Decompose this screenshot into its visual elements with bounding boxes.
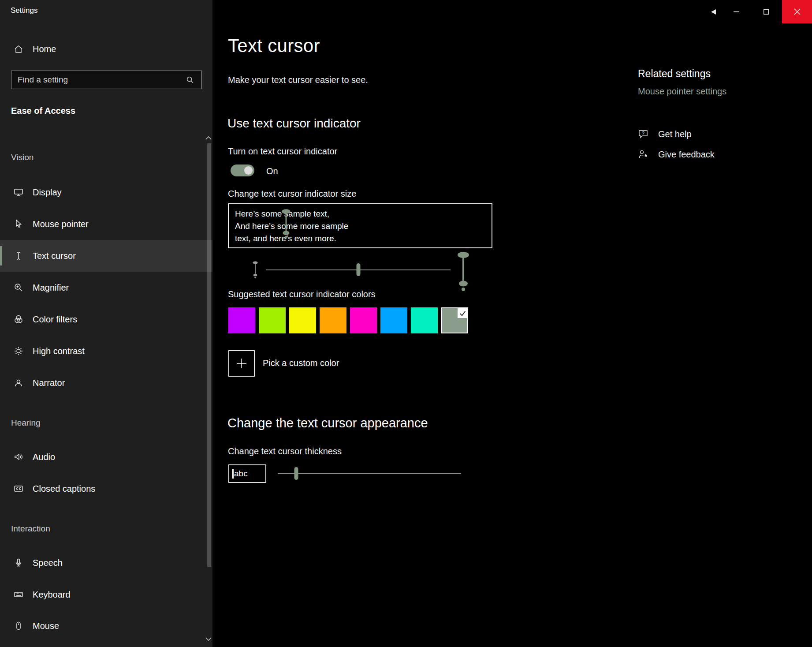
- toggle-label: Turn on text cursor indicator: [228, 146, 337, 157]
- scroll-up-icon[interactable]: [204, 135, 213, 141]
- narrator-icon: [13, 378, 24, 388]
- sidebar-item-mouse[interactable]: Mouse: [0, 610, 212, 642]
- toggle-knob: [244, 166, 253, 175]
- large-cursor-size-icon: [454, 251, 473, 292]
- sidebar-item-closed-captions[interactable]: Closed captions: [0, 473, 212, 505]
- maximize-button[interactable]: [756, 0, 777, 23]
- sidebar-item-high-contrast[interactable]: High contrast: [0, 335, 212, 367]
- keyboard-icon: [13, 589, 24, 600]
- sidebar-item-mouse-pointer[interactable]: Mouse pointer: [0, 208, 212, 240]
- related-settings-heading: Related settings: [638, 68, 711, 80]
- sidebar-item-audio[interactable]: Audio: [0, 441, 212, 473]
- toggle-state-label: On: [266, 166, 278, 176]
- thickness-preview: abc: [228, 464, 266, 483]
- sidebar-item-magnifier[interactable]: Magnifier: [0, 272, 212, 303]
- sidebar-item-label: Color filters: [33, 314, 77, 325]
- thickness-preview-text: abc: [234, 469, 248, 479]
- sidebar-item-speech[interactable]: Speech: [0, 547, 212, 579]
- sidebar-item-narrator[interactable]: Narrator: [0, 367, 212, 399]
- sample-text-preview: Here’s some sample text, And here’s some…: [228, 203, 492, 248]
- page-title: Text cursor: [228, 35, 320, 56]
- pick-custom-color-button[interactable]: [228, 350, 255, 377]
- search-input[interactable]: [11, 71, 202, 89]
- sidebar-item-label: Home: [33, 44, 56, 54]
- close-button[interactable]: [782, 0, 812, 23]
- color-swatch-orange[interactable]: [320, 307, 346, 333]
- sidebar-item-label: High contrast: [33, 346, 85, 356]
- sidebar-item-label: Text cursor: [33, 251, 76, 261]
- sidebar-group-vision: Vision: [11, 153, 34, 162]
- sidebar: Settings Home Ease of Access Vision Disp…: [0, 0, 212, 647]
- home-icon: [13, 44, 24, 55]
- sidebar-item-label: Audio: [33, 452, 55, 462]
- sidebar-item-text-cursor[interactable]: Text cursor: [0, 240, 212, 272]
- sample-line-2: And here’s some more sample: [235, 220, 348, 232]
- sidebar-item-label: Display: [33, 187, 62, 198]
- indicator-size-slider[interactable]: [266, 263, 451, 277]
- text-cursor-icon: [13, 251, 24, 261]
- sidebar-item-label: Mouse pointer: [33, 219, 89, 229]
- speech-icon: [13, 557, 24, 568]
- mouse-icon: [13, 621, 24, 631]
- give-feedback-link[interactable]: Give feedback: [638, 148, 715, 161]
- suggested-colors-label: Suggested text cursor indicator colors: [228, 289, 376, 299]
- minimize-button[interactable]: [726, 0, 747, 23]
- sidebar-item-label: Closed captions: [33, 484, 95, 494]
- display-icon: [13, 187, 24, 198]
- color-swatch-yellow[interactable]: [289, 307, 316, 333]
- color-swatch-blue[interactable]: [380, 307, 407, 333]
- sidebar-group-interaction: Interaction: [11, 524, 50, 534]
- sidebar-item-home[interactable]: Home: [0, 40, 212, 59]
- sidebar-section-title: Ease of Access: [11, 106, 75, 116]
- sidebar-item-label: Magnifier: [33, 283, 69, 293]
- slider-track[interactable]: [278, 473, 461, 474]
- color-swatch-sage-selected[interactable]: [441, 307, 468, 333]
- color-swatch-turquoise[interactable]: [411, 307, 438, 333]
- search-icon[interactable]: [185, 75, 195, 85]
- get-help-label: Get help: [658, 129, 692, 139]
- color-swatch-magenta[interactable]: [350, 307, 377, 333]
- slider-thumb[interactable]: [294, 467, 298, 480]
- audio-icon: [13, 452, 24, 462]
- small-cursor-size-icon: [252, 261, 258, 279]
- high-contrast-icon: [13, 346, 24, 356]
- give-feedback-icon: [638, 149, 649, 160]
- checkmark-icon: [458, 308, 467, 318]
- sidebar-group-hearing: Hearing: [11, 418, 41, 428]
- sidebar-item-label: Mouse: [33, 621, 59, 631]
- mouse-pointer-settings-link[interactable]: Mouse pointer settings: [638, 86, 726, 97]
- size-label: Change text cursor indicator size: [228, 189, 356, 199]
- app-title: Settings: [11, 6, 37, 15]
- thickness-slider[interactable]: [278, 467, 461, 481]
- give-feedback-label: Give feedback: [658, 150, 715, 160]
- mouse-pointer-icon: [13, 219, 24, 229]
- color-filters-icon: [13, 314, 24, 325]
- sample-line-1: Here’s some sample text,: [235, 208, 348, 220]
- sidebar-item-label: Keyboard: [33, 590, 71, 600]
- appearance-section-heading: Change the text cursor appearance: [227, 416, 428, 430]
- closed-captions-icon: [13, 483, 24, 494]
- page-subtitle: Make your text cursor easier to see.: [228, 75, 368, 85]
- get-help-icon: ?: [638, 128, 649, 140]
- sample-line-3: text, and here’s even more.: [235, 232, 348, 245]
- color-swatch-row: [228, 307, 472, 333]
- magnifier-icon: [13, 282, 24, 293]
- pick-custom-color-label: Pick a custom color: [263, 358, 339, 368]
- indicator-section-heading: Use text cursor indicator: [227, 116, 361, 131]
- sidebar-item-label: Speech: [33, 558, 63, 568]
- color-swatch-lime[interactable]: [259, 307, 286, 333]
- sidebar-item-display[interactable]: Display: [0, 176, 212, 208]
- back-arrow-icon[interactable]: [703, 0, 724, 23]
- slider-thumb[interactable]: [356, 263, 360, 276]
- svg-text:?: ?: [642, 131, 644, 136]
- text-cursor-indicator-toggle[interactable]: [231, 165, 254, 176]
- thickness-label: Change text cursor thickness: [228, 446, 342, 456]
- sidebar-item-label: Narrator: [33, 378, 65, 388]
- color-swatch-purple[interactable]: [228, 307, 255, 333]
- selected-indicator: [0, 246, 2, 266]
- text-cursor-indicator-preview: [281, 205, 291, 243]
- sidebar-item-color-filters[interactable]: Color filters: [0, 303, 212, 335]
- get-help-link[interactable]: ? Get help: [638, 128, 692, 140]
- sidebar-item-keyboard[interactable]: Keyboard: [0, 579, 212, 610]
